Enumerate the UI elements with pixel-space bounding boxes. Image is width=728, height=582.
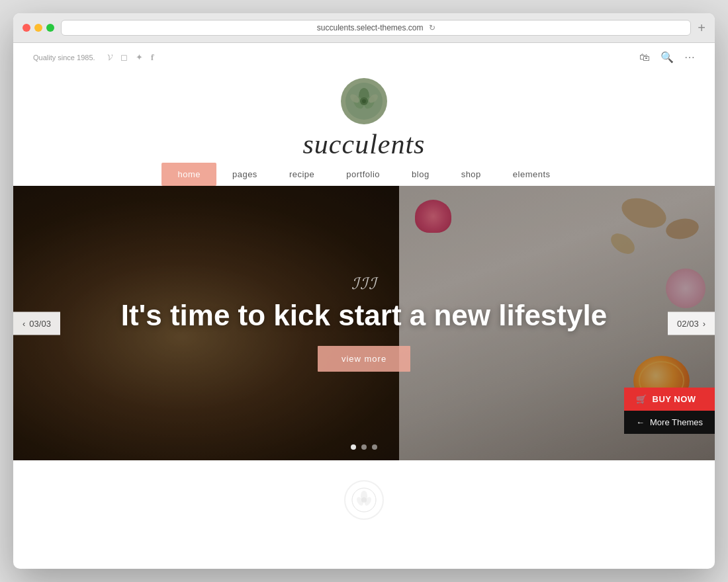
more-themes-button[interactable]: ← More Themes [624, 411, 715, 434]
cart-icon: 🛒 [636, 394, 647, 404]
hero-cta-button[interactable]: view more [318, 346, 410, 372]
url-text: succulents.select-themes.com [317, 23, 424, 32]
bag-icon[interactable]: 🛍 [639, 52, 650, 63]
hero-title: It's time to kick start a new lifestyle [83, 298, 645, 333]
nav-home[interactable]: home [161, 163, 216, 186]
watermark-svg [351, 487, 377, 513]
browser-chrome: succulents.select-themes.com ↻ + [13, 13, 715, 43]
close-button[interactable] [23, 24, 30, 32]
browser-window: succulents.select-themes.com ↻ + Quality… [13, 13, 715, 569]
slider-dots [351, 444, 377, 450]
address-bar[interactable]: succulents.select-themes.com ↻ [61, 20, 691, 36]
brand-name: succulents [303, 128, 426, 160]
new-tab-button[interactable]: + [698, 21, 705, 34]
vimeo-icon[interactable]: 𝓥 [107, 52, 113, 63]
website-content: Quality since 1985. 𝓥 ◻ ✦ 𝐟 🛍 🔍 ⋯ [13, 43, 715, 540]
main-nav: home pages recipe portfolio blog shop el… [161, 163, 566, 186]
chevron-right-icon: › [703, 318, 705, 328]
buy-now-label: BUY NOW [653, 394, 696, 404]
svg-point-12 [361, 497, 367, 503]
maximize-button[interactable] [46, 24, 54, 32]
dot-3[interactable] [372, 444, 377, 450]
nav-blog[interactable]: blog [396, 163, 445, 186]
top-bar: Quality since 1985. 𝓥 ◻ ✦ 𝐟 🛍 🔍 ⋯ [13, 43, 715, 71]
instagram-icon[interactable]: ◻ [120, 52, 128, 62]
logo-watermark [344, 480, 384, 520]
next-slide-label: 02/03 [677, 318, 699, 328]
more-themes-label: More Themes [650, 417, 703, 427]
svg-point-7 [362, 99, 366, 103]
top-bar-right: 🛍 🔍 ⋯ [639, 51, 695, 63]
nav-recipe[interactable]: recipe [273, 163, 330, 186]
nav-shop[interactable]: shop [445, 163, 497, 186]
succulent-svg [344, 81, 384, 121]
slider-next-button[interactable]: 02/03 › [668, 312, 715, 335]
nav-pages[interactable]: pages [216, 163, 273, 186]
reload-icon[interactable]: ↻ [429, 23, 435, 32]
nav-portfolio[interactable]: portfolio [330, 163, 396, 186]
slider-prev-button[interactable]: ‹ 03/03 [13, 312, 60, 335]
traffic-lights [23, 24, 54, 32]
logo-image[interactable] [341, 78, 387, 124]
arrow-left-icon: ← [636, 417, 645, 427]
search-icon[interactable]: 🔍 [660, 51, 674, 63]
action-buttons: 🛒 BUY NOW ← More Themes [624, 388, 715, 434]
twitter-icon[interactable]: ✦ [136, 52, 143, 62]
nav-elements[interactable]: elements [497, 163, 567, 186]
quality-text: Quality since 1985. [33, 54, 95, 62]
prev-slide-label: 03/03 [29, 318, 51, 328]
dot-2[interactable] [361, 444, 367, 450]
minimize-button[interactable] [34, 24, 42, 32]
site-header: succulents home pages recipe portfolio b… [13, 71, 715, 186]
buy-now-button[interactable]: 🛒 BUY NOW [624, 388, 715, 411]
chevron-left-icon: ‹ [23, 318, 25, 328]
dot-1[interactable] [351, 444, 356, 450]
top-bar-left: Quality since 1985. 𝓥 ◻ ✦ 𝐟 [33, 52, 154, 63]
hero-script-text: ℐℐℐ [83, 274, 645, 293]
facebook-icon[interactable]: 𝐟 [151, 52, 154, 63]
below-hero [13, 460, 715, 540]
hero-slider: ℐℐℐ It's time to kick start a new lifest… [13, 186, 715, 460]
hero-content: ℐℐℐ It's time to kick start a new lifest… [83, 274, 645, 372]
menu-dots-icon[interactable]: ⋯ [684, 51, 695, 63]
